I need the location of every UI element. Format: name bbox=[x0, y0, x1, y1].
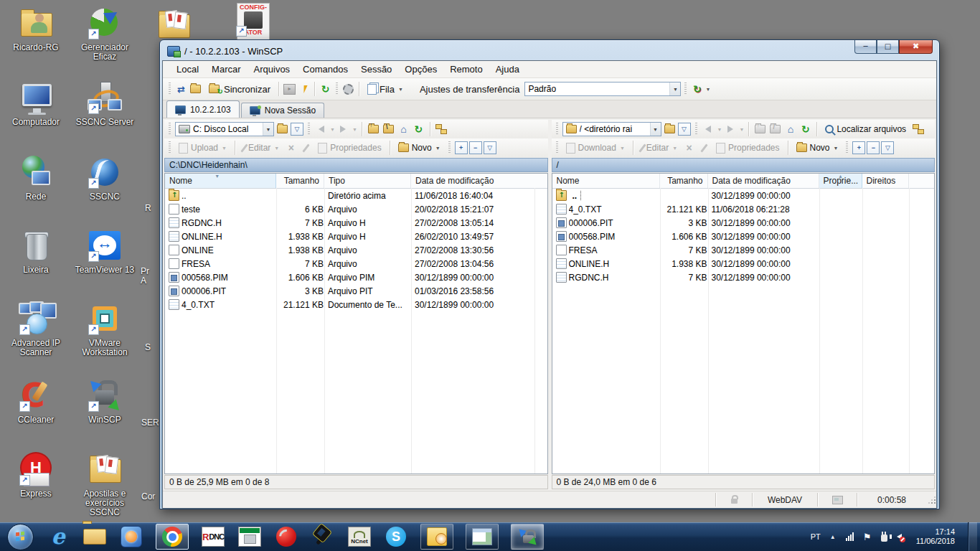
refresh-panel-icon[interactable]: ↻ bbox=[412, 123, 425, 136]
rename-icon[interactable] bbox=[299, 141, 313, 154]
remote-directory-combo[interactable]: / <diretório rai▼ bbox=[562, 122, 661, 136]
delete-icon[interactable]: × bbox=[284, 141, 298, 154]
volume-muted-icon[interactable] bbox=[897, 522, 908, 551]
file-row[interactable]: ONLINE.H1.938 KBArquivo H26/02/2010 13:4… bbox=[165, 230, 547, 243]
refresh-panel-icon[interactable]: ↻ bbox=[798, 123, 812, 136]
menu-item-ajuda[interactable]: Ajuda bbox=[489, 62, 526, 76]
parent-directory-icon[interactable]: ↑ bbox=[753, 123, 767, 136]
protocol-cell[interactable]: WebDAV bbox=[752, 493, 817, 507]
synchronize-browsing-icon[interactable] bbox=[435, 123, 448, 136]
maximize-button[interactable]: □ bbox=[877, 40, 899, 54]
download-button[interactable]: Download▼ bbox=[562, 141, 628, 155]
select-minus-icon[interactable]: − bbox=[469, 141, 482, 154]
column-header-tamanho[interactable]: Tamanho bbox=[660, 174, 708, 188]
file-row[interactable]: ..Diretório acima11/06/2018 16:40:04 bbox=[165, 189, 547, 202]
session-tab-10-2-2-103[interactable]: 10.2.2.103 bbox=[166, 100, 240, 118]
desktop-icon-rede[interactable]: Rede bbox=[3, 155, 69, 202]
column-header-nome[interactable]: Nome bbox=[552, 174, 660, 188]
file-row[interactable]: ..30/12/1899 00:00:00 bbox=[552, 189, 935, 202]
file-row[interactable]: 000006.PIT3 KBArquivo PIT01/03/2016 23:5… bbox=[165, 284, 547, 298]
back-icon[interactable] bbox=[702, 123, 715, 136]
taskbar-button-key-tool[interactable] bbox=[311, 524, 335, 550]
menu-item-marcar[interactable]: Marcar bbox=[205, 62, 247, 76]
language-indicator[interactable]: PT bbox=[811, 522, 821, 551]
upload-button[interactable]: Upload▼ bbox=[175, 141, 230, 155]
desktop-icon-gerenciador[interactable]: ↗Gerenciador Eficaz bbox=[72, 6, 138, 62]
taskbar-button-skype[interactable]: S bbox=[384, 524, 408, 550]
column-header-proprietario[interactable]: ▲ Proprie... bbox=[819, 174, 862, 188]
forward-icon[interactable] bbox=[336, 123, 350, 136]
preferences-gear-icon[interactable] bbox=[341, 83, 355, 95]
file-row[interactable]: RGDNC.H7 KBArquivo H27/02/2008 13:05:14 bbox=[165, 216, 547, 230]
select-plus-icon[interactable]: + bbox=[852, 141, 865, 154]
root-directory-icon[interactable]: \ bbox=[382, 123, 395, 136]
edit-button[interactable]: Editar▼ bbox=[240, 141, 283, 154]
desktop-icon-sscnc[interactable]: ↗SSCNC bbox=[72, 155, 138, 202]
taskbar-button-winscp[interactable] bbox=[511, 524, 544, 550]
taskbar-button-ncnet[interactable]: NCnet bbox=[347, 524, 372, 550]
desktop-icon-vmware[interactable]: ↗VMware Workstation bbox=[72, 301, 138, 357]
titlebar[interactable]: / - 10.2.2.103 - WinSCP ─ □ ✖ bbox=[162, 40, 937, 60]
column-header-data[interactable]: Data de modificação bbox=[708, 174, 819, 188]
rename-icon[interactable] bbox=[697, 141, 711, 154]
file-row[interactable]: FRESA7 KB30/12/1899 00:00:00 bbox=[552, 243, 935, 257]
select-minus-icon[interactable]: − bbox=[867, 141, 880, 154]
parent-directory-icon[interactable]: ↑ bbox=[367, 123, 380, 136]
action-center-flag-icon[interactable]: ⚑ bbox=[862, 522, 872, 551]
file-row[interactable]: ONLINE1.938 KBArquivo27/02/2008 13:30:56 bbox=[165, 243, 547, 257]
desktop-icon-winscp[interactable]: ↗WinSCP bbox=[72, 378, 138, 425]
close-button[interactable]: ✖ bbox=[899, 40, 933, 54]
commit-icon[interactable] bbox=[189, 83, 202, 95]
forward-icon[interactable] bbox=[723, 123, 737, 136]
taskbar-button-heidenhain-tncremo[interactable] bbox=[237, 524, 262, 550]
taskbar-button-app-window[interactable] bbox=[466, 524, 499, 550]
menu-item-comandos[interactable]: Comandos bbox=[296, 62, 354, 76]
synchronize-button[interactable]: ↻ Sincronizar bbox=[203, 80, 275, 98]
column-header-data[interactable]: Data de modificação bbox=[411, 174, 547, 188]
menu-item-arquivos[interactable]: Arquivos bbox=[248, 62, 297, 76]
file-row[interactable]: ONLINE.H1.938 KB30/12/1899 00:00:00 bbox=[552, 257, 935, 270]
remove-hardware-icon[interactable] bbox=[880, 522, 890, 551]
column-header-tamanho[interactable]: Tamanho bbox=[276, 174, 324, 188]
desktop-icon-advanced-ip[interactable]: ↗Advanced IP Scanner bbox=[3, 301, 69, 357]
filter-icon[interactable]: ▽ bbox=[678, 123, 691, 136]
synchronize-browsing-icon[interactable] bbox=[911, 123, 925, 136]
home-directory-icon[interactable]: ⌂ bbox=[783, 123, 797, 136]
desktop-icon-computador[interactable]: Computador bbox=[3, 80, 69, 127]
file-row[interactable]: 4_0.TXT21.121 KBDocumento de Te...30/12/… bbox=[165, 298, 547, 311]
menu-item-opções[interactable]: Opções bbox=[398, 62, 443, 76]
desktop-icon-ccleaner[interactable]: C↗CCleaner bbox=[3, 378, 69, 425]
file-row[interactable]: 000568.PIM1.606 KBArquivo PIM30/12/1899 … bbox=[165, 270, 547, 284]
new-button[interactable]: Novo▼ bbox=[395, 141, 444, 154]
resize-grip[interactable] bbox=[929, 495, 936, 505]
column-header-tipo[interactable]: Tipo bbox=[324, 174, 411, 188]
transfer-settings-combo[interactable]: Padrão▼ bbox=[524, 82, 681, 96]
show-hidden-icons-button[interactable]: ▲ bbox=[828, 522, 838, 551]
find-files-button[interactable]: Localizar arquivos bbox=[821, 123, 910, 136]
file-row[interactable]: FRESA7 KBArquivo27/02/2008 13:04:56 bbox=[165, 257, 547, 270]
desktop-icon-teamviewer-13[interactable]: ↔↗TeamViewer 13 bbox=[72, 228, 138, 275]
filter-icon[interactable]: ▽ bbox=[291, 123, 303, 136]
toolbar-grip[interactable] bbox=[169, 83, 171, 95]
menu-item-remoto[interactable]: Remoto bbox=[443, 62, 489, 76]
properties-button[interactable]: Propriedades bbox=[314, 141, 385, 155]
desktop-icon-express[interactable]: H↗Express bbox=[3, 452, 69, 499]
file-row[interactable]: RGDNC.H7 KB30/12/1899 00:00:00 bbox=[552, 270, 935, 284]
desktop-icon-ricardo-rg[interactable]: Ricardo-RG bbox=[3, 6, 69, 52]
edit-button[interactable]: Editar▼ bbox=[638, 141, 681, 154]
taskbar-button-red-app[interactable] bbox=[274, 524, 298, 550]
remote-path-bar[interactable]: / bbox=[552, 158, 936, 172]
minimize-button[interactable]: ─ bbox=[854, 40, 877, 54]
select-plus-icon[interactable]: + bbox=[455, 141, 468, 154]
home-directory-icon[interactable]: ⌂ bbox=[397, 123, 410, 136]
open-directory-icon[interactable] bbox=[663, 123, 677, 136]
show-desktop-button[interactable] bbox=[968, 522, 977, 551]
menu-item-local[interactable]: Local bbox=[170, 62, 205, 76]
desktop-icon-lixeira[interactable]: Lixeira bbox=[3, 228, 69, 275]
taskbar-button-rgdnc[interactable]: RDNC bbox=[201, 524, 225, 550]
queue-button[interactable]: Fila▼ bbox=[363, 82, 407, 97]
file-row[interactable]: 4_0.TXT21.121 KB11/06/2018 06:21:28 bbox=[552, 202, 935, 216]
file-row[interactable]: 000568.PIM1.606 KB30/12/1899 00:00:00 bbox=[552, 230, 935, 243]
back-icon[interactable] bbox=[314, 123, 328, 136]
root-directory-icon[interactable]: / bbox=[768, 123, 782, 136]
